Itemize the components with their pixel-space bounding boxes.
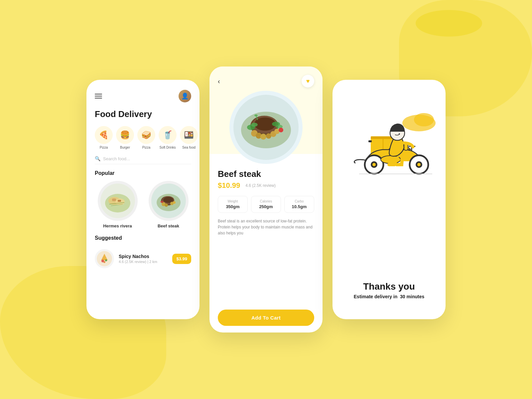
- nutrition-carbo: Carbo 10.5gm: [284, 196, 314, 213]
- search-bar[interactable]: 🔍 Search food...: [95, 156, 191, 164]
- seafood-label: Sea food: [182, 146, 196, 149]
- pizza2-icon: 🥪: [137, 126, 155, 144]
- phone-thanks: Thanks you Estimate delivery in 30 minut…: [332, 80, 446, 319]
- hermes-image: [98, 181, 138, 221]
- carbo-value: 10.5gm: [292, 204, 307, 209]
- detail-food-image: [229, 91, 303, 164]
- nachos-image: [95, 249, 114, 268]
- softdrinks-icon: 🥤: [159, 126, 177, 144]
- beefsteak-label: Beef steak: [158, 223, 179, 228]
- nachos-info: Spicy Nachos 4.6 (2.5K review) | 2 km: [119, 254, 168, 264]
- detail-food-price: $10.99: [218, 181, 240, 190]
- popular-beefsteak[interactable]: Beef steak: [146, 181, 191, 228]
- category-pizza2[interactable]: 🥪 Pizza: [137, 126, 155, 149]
- popular-hermes[interactable]: Hermes rivera: [95, 181, 140, 228]
- svg-point-54: [372, 163, 376, 166]
- pizza1-label: Pizza: [100, 146, 108, 149]
- category-seafood[interactable]: 🍱 Sea food: [180, 126, 198, 149]
- svg-rect-47: [368, 140, 372, 142]
- detail-top: ‹ ♥: [209, 66, 323, 154]
- menu-icon[interactable]: [95, 94, 102, 98]
- burger-icon: 🍔: [116, 126, 134, 144]
- thanks-section: Thanks you Estimate delivery in 30 minut…: [354, 281, 424, 299]
- favorite-button[interactable]: ♥: [302, 75, 314, 87]
- svg-point-17: [160, 201, 164, 203]
- weight-value: 350gm: [226, 204, 239, 209]
- bg-blob-tr: [416, 10, 482, 37]
- svg-point-36: [251, 123, 258, 127]
- beefsteak-image: [149, 181, 189, 221]
- svg-point-22: [105, 259, 107, 261]
- add-to-cart-button[interactable]: Add To Cart: [218, 310, 314, 326]
- nachos-name: Spicy Nachos: [119, 254, 168, 259]
- search-placeholder: Search food...: [103, 156, 130, 161]
- header: 👤: [95, 90, 191, 102]
- detail-food-name: Beef steak: [218, 169, 314, 179]
- svg-point-31: [260, 134, 266, 140]
- estimate-time: 30 minutes: [400, 294, 424, 299]
- phone-detail: ‹ ♥: [209, 66, 323, 332]
- burger-label: Burger: [120, 146, 130, 149]
- popular-section-title: Popular: [95, 170, 191, 176]
- estimate-label: Estimate delivery in: [354, 294, 398, 299]
- hermes-label: Hermes rivera: [103, 223, 132, 228]
- nachos-price[interactable]: $3.99: [172, 254, 191, 264]
- softdrinks-label: Soft Drinks: [160, 146, 176, 149]
- estimate-text: Estimate delivery in 30 minutes: [354, 294, 424, 299]
- detail-food-rating: 4.6 (2.5K review): [245, 183, 276, 188]
- suggested-section-title: Suggested: [95, 235, 191, 241]
- detail-price-row: $10.99 4.6 (2.5K review): [218, 181, 314, 190]
- svg-point-39: [279, 128, 283, 132]
- seafood-icon: 🍱: [180, 126, 198, 144]
- svg-point-23: [103, 261, 105, 263]
- svg-rect-4: [112, 199, 116, 201]
- category-softdrinks[interactable]: 🥤 Soft Drinks: [159, 126, 177, 149]
- nutrition-calories: Calories 250gm: [251, 196, 281, 213]
- svg-point-43: [414, 113, 434, 126]
- svg-point-14: [165, 203, 168, 207]
- detail-description: Beef steal is an excellent source of low…: [218, 218, 314, 303]
- calories-value: 250gm: [259, 204, 273, 209]
- detail-body: Beef steak $10.99 4.6 (2.5K review) Weig…: [209, 154, 323, 332]
- suggested-nachos[interactable]: Spicy Nachos 4.6 (2.5K review) | 2 km $3…: [95, 246, 191, 272]
- svg-point-16: [173, 201, 176, 204]
- back-button[interactable]: ‹: [218, 77, 220, 85]
- carbo-label: Carbo: [295, 200, 304, 203]
- detail-nav: ‹ ♥: [218, 75, 314, 87]
- svg-point-41: [254, 114, 258, 116]
- category-pizza1[interactable]: 🍕 Pizza: [95, 126, 113, 149]
- calories-label: Calories: [260, 200, 272, 203]
- nutrition-weight: Weight 350gm: [218, 196, 248, 213]
- nachos-meta: 4.6 (2.5K review) | 2 km: [119, 260, 168, 264]
- pizza2-label: Pizza: [142, 146, 150, 149]
- nutrition-row: Weight 350gm Calories 250gm Carbo 10.5gm: [218, 196, 314, 213]
- svg-point-57: [417, 163, 421, 166]
- search-icon: 🔍: [95, 156, 100, 161]
- svg-rect-5: [118, 200, 121, 202]
- category-burger[interactable]: 🍔 Burger: [116, 126, 134, 149]
- phones-container: 👤 Food Delivery 🍕 Pizza 🍔 Burger 🥪 Pizza…: [86, 66, 446, 332]
- popular-row: Hermes rivera: [95, 181, 191, 228]
- delivery-illustration: [339, 93, 439, 206]
- phone-home: 👤 Food Delivery 🍕 Pizza 🍔 Burger 🥪 Pizza…: [86, 80, 200, 319]
- app-title: Food Delivery: [95, 109, 191, 119]
- thanks-title: Thanks you: [354, 281, 424, 292]
- weight-label: Weight: [228, 200, 238, 203]
- pizza1-icon: 🍕: [95, 126, 113, 144]
- avatar[interactable]: 👤: [179, 90, 191, 102]
- category-row: 🍕 Pizza 🍔 Burger 🥪 Pizza 🥤 Soft Drinks 🍱…: [95, 126, 191, 149]
